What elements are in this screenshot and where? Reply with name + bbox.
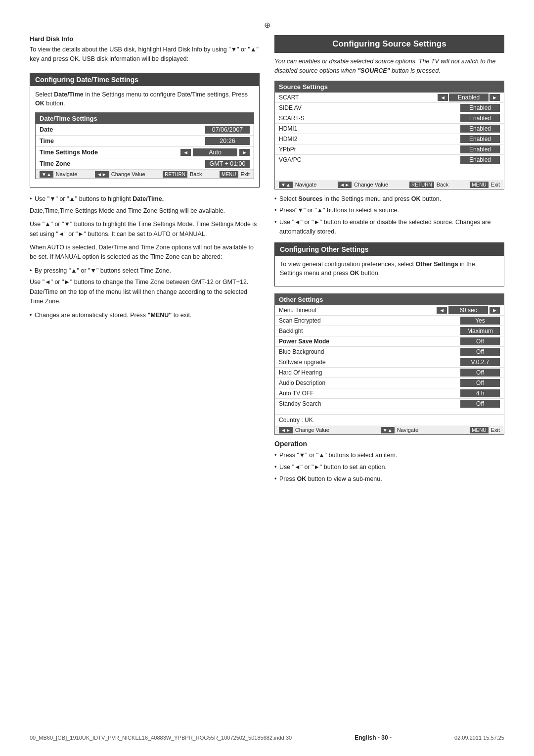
scart-left-arrow[interactable]: ◄ [438,94,448,101]
vga-label: VGA/PC [279,156,301,163]
source-return-key: RETURN [409,182,434,188]
country-row: Country : UK [275,414,504,425]
menu-key: MENU [220,171,238,178]
page-footer: 00_MB60_[GB]_1910UK_IDTV_PVR_NICKEL16_40… [30,731,504,741]
power-save-value: Off [460,337,500,345]
source-settings-intro: You can enables or disable selected sour… [274,57,504,76]
source-row-scart-s: SCART-S Enabled [275,113,504,124]
source-nav-change: ◄► Change Value [338,182,388,188]
source-nav-navigate: ▼▲ Navigate [279,182,316,188]
side-av-value: Enabled [460,104,500,112]
backlight-label: Backlight [279,328,303,334]
menu-timeout-right[interactable]: ► [490,307,500,314]
other-settings-body: To view general configuration preference… [275,256,504,286]
panel-row-time: Time 20:26 [36,136,254,147]
right-arrow-btn[interactable]: ► [239,149,250,156]
other-row-software-upgrade: Software upgrade V.0.2.7 [275,357,504,368]
source-bullet-2: Press"▼" or "▲" buttons to select a sour… [274,206,504,215]
hdmi2-label: HDMI2 [279,136,297,142]
date-time-section-header: Configuring Date/Time Settings [30,73,259,86]
other-row-backlight: Backlight Maximum [275,326,504,336]
footer-left: 00_MB60_[GB]_1910UK_IDTV_PVR_NICKEL16_40… [30,735,292,741]
left-arrow-btn[interactable]: ◄ [180,149,191,156]
hard-of-hearing-value: Off [460,369,500,377]
other-row-blue-bg: Blue Background Off [275,347,504,357]
source-bullet-3: Use "◄" or "►" button to enable or disab… [274,218,504,236]
footer-center: English - 30 - [355,734,392,741]
source-row-vga: VGA/PC Enabled [275,155,504,165]
scart-value: Enabled [449,94,489,101]
menu-timeout-control: ◄ 60 sec ► [437,306,500,314]
other-settings-heading: Configuring Other Settings [275,243,504,256]
other-row-menu-timeout: Menu Timeout ◄ 60 sec ► [275,305,504,316]
timezone-label: Time Zone [40,160,70,167]
vga-value: Enabled [460,156,500,164]
side-av-label: SIDE AV [279,104,302,111]
standby-search-label: Standby Search [279,400,321,407]
source-nav-row: ▼▲ Navigate ◄► Change Value RETURN Back … [275,180,504,189]
other-nav-exit: MENU Exit [470,427,500,433]
operation-bullet-3: Press OK button to view a sub-menu. [274,474,504,484]
return-key: RETURN [163,171,187,178]
other-nav-navigate: ▼▲ Navigate [381,427,418,433]
date-time-panel-title: Date/Time Settings [36,113,254,124]
navigate-key: ▼▲ [40,171,53,178]
nav-navigate: ▼▲ Navigate [40,171,77,177]
menu-timeout-label: Menu Timeout [279,307,316,314]
menu-timeout-left[interactable]: ◄ [437,307,447,314]
source-row-side-av: SIDE AV Enabled [275,103,504,113]
time-value: 20:26 [205,137,250,145]
power-save-label: Power Save Mode [279,338,329,345]
source-nav-back: RETURN Back [409,182,448,188]
blue-bg-label: Blue Background [279,348,324,355]
audio-description-label: Audio Description [279,379,325,386]
standby-search-value: Off [460,400,500,408]
nav-change-value: ◄► Change Value [95,171,145,177]
scart-s-label: SCART-S [279,115,305,122]
date-time-intro: Select Date/Time in the Settings menu to… [35,90,254,109]
software-upgrade-label: Software upgrade [279,359,326,366]
compass-icon: ⊕ [264,20,270,30]
operation-bullet-2: Use "◄" or "►" button to set an option. [274,463,504,472]
menu-timeout-value: 60 sec [448,306,488,314]
change-value-key: ◄► [95,171,109,178]
ypbpr-value: Enabled [460,145,500,153]
auto-tv-off-label: Auto TV OFF [279,390,313,397]
hdmi2-value: Enabled [460,135,500,143]
scart-label: SCART [279,94,299,101]
time-settings-mode-arrows: ◄ Auto ► [180,148,250,156]
other-change-key: ◄► [279,427,293,433]
datetime-available-text: Date,Time,Time Settings Mode and Time Zo… [30,206,260,216]
other-settings-intro: To view general configuration preference… [280,260,499,279]
scart-arrows: ◄ Enabled ► [438,94,500,101]
hard-disk-text: To view the details about the USB disk, … [30,45,260,64]
source-menu-key: MENU [470,182,488,188]
scart-s-value: Enabled [460,114,500,122]
source-bullet-1: Select Sources in the Settings menu and … [274,194,504,204]
operation-bullet-1: Press "▼" or "▲" buttons to select an it… [274,451,504,460]
other-row-hard-of-hearing: Hard Of Hearing Off [275,368,504,378]
scart-right-arrow[interactable]: ► [490,94,500,101]
other-row-audio-description: Audio Description Off [275,378,504,388]
ypbpr-label: YPbPr [279,146,296,153]
other-menu-key: MENU [470,427,488,433]
other-row-standby-search: Standby Search Off [275,399,504,409]
nav-exit: MENU Exit [220,171,250,177]
date-value: 07/06/2007 [205,126,250,134]
operation-heading: Operation [274,440,504,448]
operation-section: Operation Press "▼" or "▲" buttons to se… [274,440,504,483]
datetime-change-tz-text: Use "◄" or "►" buttons to change the Tim… [30,278,260,306]
footer-right: 02.09.2011 15:57:25 [454,735,504,741]
software-upgrade-value: V.0.2.7 [460,358,500,366]
scan-encrypted-label: Scan Encrypted [279,317,321,324]
bullet-changes-stored: Changes are automatically stored. Press … [30,311,260,320]
time-settings-mode-label: Time Settings Mode [40,149,98,156]
other-settings-section-box: Configuring Other Settings To view gener… [274,242,504,287]
bullet-highlight-datetime: Use "▼" or "▲" buttons to highlight Date… [30,194,260,204]
date-time-nav-row: ▼▲ Navigate ◄► Change Value RETURN Back … [36,170,254,179]
timezone-value: GMT + 01:00 [205,160,250,168]
auto-tv-off-value: 4 h [460,389,500,397]
other-row-auto-tv-off: Auto TV OFF 4 h [275,388,504,399]
other-row-power-save: Power Save Mode Off [275,336,504,347]
nav-back: RETURN Back [163,171,202,177]
